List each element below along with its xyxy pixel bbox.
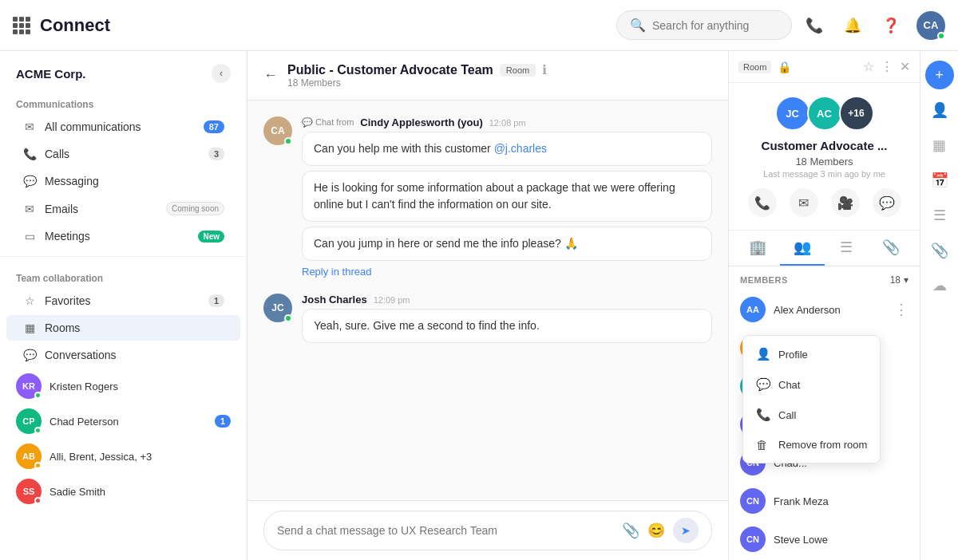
online-dot (284, 314, 292, 322)
table-icon[interactable]: ▦ (925, 131, 954, 160)
meetings-badge: New (198, 231, 224, 243)
sidebar-item-emails[interactable]: ✉ Emails Coming soon (6, 195, 240, 222)
msg-avatar-cindy: CA (263, 116, 292, 145)
right-panel-info: JC AC +16 Customer Advocate ... 18 Membe… (729, 83, 920, 231)
member-item-steve[interactable]: CN Steve Lowe (729, 520, 920, 558)
conv-item-alli[interactable]: AB Alli, Brent, Jessica, +3 (0, 439, 247, 474)
conv-item-sadie[interactable]: SS Sadie Smith (0, 474, 247, 509)
favorites-badge: 1 (208, 294, 224, 307)
collapse-btn[interactable]: ‹ (212, 64, 231, 83)
status-dot (34, 462, 42, 469)
comm-section-label: Communications (0, 89, 247, 113)
members-header: MEMBERS 18 ▾ (729, 266, 920, 290)
room-actions: 📞 ✉ 🎥 💬 (742, 188, 907, 217)
help-icon[interactable]: ❓ (878, 13, 904, 38)
context-menu-call[interactable]: 📞 Call (743, 400, 880, 430)
chat-action-btn[interactable]: 💬 (873, 188, 901, 217)
sidebar-item-all-comm[interactable]: ✉ All communications 87 (6, 114, 240, 140)
panel-tabs: 🏢 👥 ☰ 📎 (729, 231, 920, 266)
tab-attachment[interactable]: 📎 (869, 231, 913, 266)
more-icon[interactable]: ⋮ (881, 59, 893, 74)
tab-list[interactable]: ☰ (825, 231, 869, 266)
chat-title-group: Public - Customer Advocate Team Room ℹ 1… (287, 62, 547, 89)
cloud-icon[interactable]: ☁ (925, 271, 954, 300)
back-button[interactable]: ← (263, 67, 278, 84)
meetings-label: Meetings (45, 230, 190, 243)
msg-bubble-1a: Can you help me with this customer @j.ch… (302, 132, 712, 166)
tab-building[interactable]: 🏢 (735, 231, 780, 266)
sidebar-item-messaging[interactable]: 💬 Messaging (6, 168, 240, 194)
member-name-frank: Frank Meza (774, 495, 909, 507)
attachment-icon[interactable]: 📎 (622, 522, 639, 539)
chat-header: ← Public - Customer Advocate Team Room ℹ… (247, 51, 728, 101)
profile-icon: 👤 (756, 347, 770, 361)
meetings-icon: ▭ (22, 230, 37, 243)
search-bar[interactable]: 🔍 (616, 10, 792, 40)
msg-content-2: Josh Charles 12:09 pm Yeah, sure. Give m… (302, 294, 712, 343)
conv-name-kristen: Kristen Rogers (49, 381, 231, 392)
conv-avatar-kristen: KR (16, 373, 42, 399)
add-button[interactable]: + (925, 61, 954, 89)
chat-messages: CA 💬 Chat from Cindy Applesworth (you) 1… (247, 101, 728, 500)
room-name: Customer Advocate ... (742, 139, 907, 152)
phone-icon[interactable]: 📞 (802, 13, 827, 38)
room-avatar-1: JC (775, 96, 810, 131)
context-menu-remove-label: Remove from room (778, 439, 867, 451)
room-last-msg: Last message 3 min ago by me (742, 169, 907, 179)
rooms-label: Rooms (45, 321, 224, 334)
status-dot (34, 392, 42, 399)
sidebar-item-meetings[interactable]: ▭ Meetings New (6, 223, 240, 249)
sidebar-item-calls[interactable]: 📞 Calls 3 (6, 141, 240, 167)
all-comm-badge: 87 (204, 120, 224, 133)
email-action-btn[interactable]: ✉ (790, 188, 818, 217)
emails-label: Emails (45, 203, 158, 215)
info-icon[interactable]: ℹ (542, 62, 547, 77)
conv-item-kristen[interactable]: KR Kristen Rogers (0, 369, 247, 404)
call-action-btn[interactable]: 📞 (748, 188, 777, 217)
search-input[interactable] (652, 19, 780, 32)
send-button[interactable]: ➤ (673, 518, 699, 543)
member-item-alex[interactable]: AA Alex Anderson ⋮ (729, 290, 920, 329)
context-menu-chat-label: Chat (778, 379, 800, 391)
members-count[interactable]: 18 ▾ (890, 274, 909, 286)
grid-icon[interactable] (13, 17, 30, 34)
chat-subtitle: 18 Members (287, 77, 547, 89)
sidebar-item-conversations[interactable]: 💬 Conversations (6, 342, 240, 368)
contact-icon[interactable]: 👤 (925, 96, 954, 124)
calendar-icon[interactable]: 📅 (925, 166, 954, 195)
chat-title: Public - Customer Advocate Team (287, 63, 493, 77)
status-dot (34, 497, 42, 504)
context-menu-chat[interactable]: 💬 Chat (743, 369, 880, 400)
member-more-alex[interactable]: ⋮ (894, 301, 909, 318)
star-icon[interactable]: ☆ (863, 59, 874, 74)
sidebar-item-rooms[interactable]: ▦ Rooms (6, 315, 240, 341)
bell-icon[interactable]: 🔔 (840, 13, 865, 38)
messaging-label: Messaging (45, 175, 224, 187)
chad-badge: 1 (215, 415, 231, 428)
context-menu-profile[interactable]: 👤 Profile (743, 339, 880, 369)
right-panel-header: Room 🔒 ☆ ⋮ ✕ (729, 51, 920, 83)
close-icon[interactable]: ✕ (900, 59, 910, 74)
user-avatar[interactable]: CA (916, 11, 945, 40)
member-name-alex: Alex Anderson (774, 304, 886, 316)
context-menu: 👤 Profile 💬 Chat 📞 Call 🗑 Remove from ro… (742, 335, 881, 463)
context-menu-remove[interactable]: 🗑 Remove from room (743, 430, 880, 459)
conv-name-alli: Alli, Brent, Jessica, +3 (49, 451, 231, 463)
context-menu-call-label: Call (778, 409, 796, 421)
chat-input-area: 📎 😊 ➤ (247, 500, 728, 560)
member-item-frank[interactable]: CN Frank Meza (729, 482, 920, 520)
member-name-steve: Steve Lowe (774, 534, 909, 546)
conv-item-chad[interactable]: CP Chad Peterson 1 (0, 404, 247, 439)
sidebar-item-favorites[interactable]: ☆ Favorites 1 (6, 288, 240, 314)
main-layout: ACME Corp. ‹ Communications ✉ All commun… (0, 51, 958, 560)
emoji-icon[interactable]: 😊 (647, 522, 665, 539)
chat-from-label: 💬 Chat from (302, 117, 354, 128)
reply-thread-link[interactable]: Reply in thread (302, 266, 712, 278)
chat-input[interactable] (277, 524, 614, 537)
video-action-btn[interactable]: 🎥 (831, 188, 860, 217)
task-icon[interactable]: ☰ (925, 201, 954, 230)
member-avatar-frank: CN (740, 488, 766, 514)
paperclip-icon[interactable]: 📎 (925, 236, 954, 265)
tab-people[interactable]: 👥 (780, 231, 825, 266)
member-avatar-alex: AA (740, 297, 766, 322)
